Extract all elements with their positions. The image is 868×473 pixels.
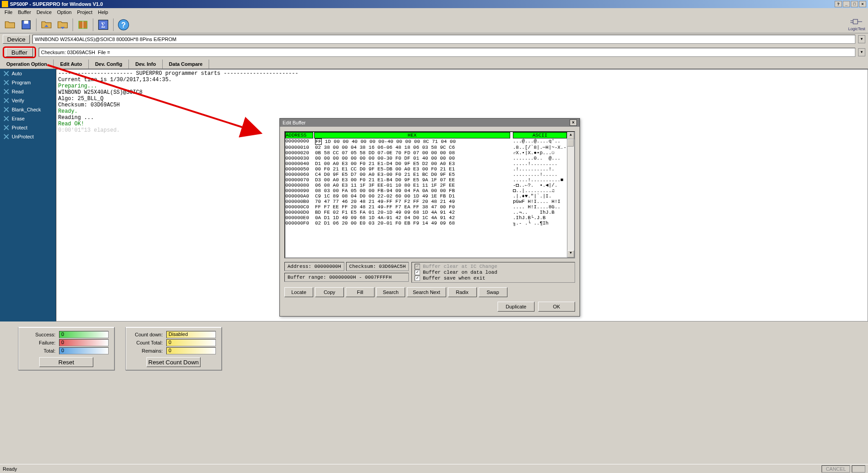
app-icon [2,1,8,7]
x-icon [4,107,9,112]
tab-edit-auto[interactable]: Edit Auto [54,60,88,69]
menu-option[interactable]: Option [55,9,74,16]
device-dropdown-arrow[interactable]: ▼ [858,35,865,43]
hex-row[interactable]: 000000B070 47 77 46 20 48 21 49-FF F7 F2… [285,199,567,204]
hex-row[interactable]: 00000000FF 1D 00 00 40 00 00 00-40 00 00… [285,138,567,145]
hex-bytes[interactable]: 00 00 00 00 00 00 00 00-30 F0 DF 01 40 0… [315,156,509,161]
tab-dev-config[interactable]: Dev. Config [89,60,129,69]
check-dataload[interactable]: ✓Buffer clear on data load [415,270,572,275]
hex-scrollbar[interactable]: ▲ ▼ [567,132,574,257]
dialog-swap-button[interactable]: Swap [479,287,507,297]
dialog-close-button[interactable]: × [570,119,577,126]
hex-bytes[interactable]: 0A D1 1D 49 09 68 1D 4A-91 42 04 D0 1C 4… [315,215,509,220]
sidebar-item-protect[interactable]: Protect [0,123,56,132]
device-button[interactable]: Device [3,35,30,44]
tab-operation-option[interactable]: Operation Option [0,60,54,69]
sidebar-item-read[interactable]: Read [0,87,56,96]
menu-file[interactable]: File [2,9,15,16]
check-saveexit[interactable]: ✓Buffer save when exit [415,276,572,281]
hex-addr: 000000F0 [285,220,313,226]
hex-row[interactable]: 000000C0FF F7 EE FF 20 48 21 49-FF F7 EA… [285,204,567,210]
hex-bytes[interactable]: 00 F0 21 E1 CC D0 9F E5-DB 00 A0 E3 00 F… [315,166,509,172]
dialog-radix-button[interactable]: Radix [448,287,477,297]
hex-row[interactable]: 000000D0BD FE 02 F1 E5 FA 01 20-1D 49 09… [285,210,567,215]
dialog-duplicate-button[interactable]: Duplicate [498,302,535,312]
reset-countdown-button[interactable]: Reset Count Down [146,357,201,367]
dialog-locate-button[interactable]: Locate [284,287,313,297]
hex-view[interactable]: ADDRESS HEX ASCII 00000000FF 1D 00 00 40… [284,131,575,258]
hex-bytes[interactable]: BD FE 02 F1 E5 FA 01 20-1D 49 09 68 1D 4… [315,210,509,215]
status-cancel[interactable]: CANCEL [822,465,850,473]
scroll-down-icon[interactable]: ▼ [567,250,574,257]
menu-device[interactable]: Device [34,9,55,16]
remains-label: Remains: [131,348,163,354]
buffer-dropdown-arrow[interactable]: ▼ [858,48,865,56]
save-project-icon[interactable] [55,18,70,32]
hex-bytes[interactable]: 08 03 00 FA 05 00 00 FB-94 09 04 FA 0A 0… [315,188,509,193]
hex-row[interactable]: 000000F002 D1 06 20 00 E0 03 20-01 F0 EB… [285,220,567,226]
close-button[interactable]: × [859,1,866,7]
hex-bytes[interactable]: 02 38 00 00 04 38 16 06-06 48 18 06 03 5… [315,145,509,150]
book-icon[interactable] [76,18,90,32]
sidebar-item-blank_check[interactable]: Blank_Check [0,105,56,114]
sidebar-item-verify[interactable]: Verify [0,96,56,105]
menu-project[interactable]: Project [74,9,95,16]
reset-button[interactable]: Reset [39,357,93,367]
hex-bytes[interactable]: FF F7 EE FF 20 48 21 49-FF F7 EA FF 38 4… [315,204,509,210]
device-field[interactable]: WINBOND W25X40AL(SS)@SOIC8 80000H*8 8Pin… [32,35,855,44]
x-icon [4,116,9,121]
hex-header-address: ADDRESS [285,132,313,138]
dialog-fill-button[interactable]: Fill [346,287,375,297]
hex-row[interactable]: 000000A0C9 1C 89 08 04 D0 00 22-02 60 00… [285,193,567,199]
dialog-ok-button[interactable]: OK [538,302,575,312]
menu-help[interactable]: Help [95,9,111,16]
hex-bytes[interactable]: C4 D0 9F E5 D7 00 A0 E3-00 F0 21 E1 BC D… [315,172,509,177]
hex-row[interactable]: 0000001002 38 00 00 04 38 16 06-06 48 18… [285,145,567,150]
hex-row[interactable]: 00000070D3 00 A0 E3 00 F0 21 E1-B4 D0 9F… [285,177,567,183]
hex-row[interactable]: 000000E00A D1 1D 49 09 68 1D 4A-91 42 04… [285,215,567,220]
checkbox-dataload[interactable]: ✓ [415,270,420,275]
scroll-up-icon[interactable]: ▲ [567,132,574,139]
sidebar-item-auto[interactable]: Auto [0,69,56,78]
hex-row[interactable]: 0000003000 00 00 00 00 00 00 00-30 F0 DF… [285,156,567,161]
hex-header-hex: HEX [314,132,510,138]
help-button[interactable]: ? [835,1,842,7]
hex-row[interactable]: 000000200B 58 CC 07 05 58 DD 07-0E 70 FD… [285,150,567,156]
sidebar-item-unprotect[interactable]: UnProtect [0,132,56,141]
hex-row[interactable]: 0000008006 08 A0 E3 11 1F 3F EE-01 10 80… [285,183,567,188]
hex-bytes[interactable]: D1 00 A0 E3 00 F0 21 E1-D4 D0 9F E5 D2 0… [315,161,509,166]
hex-bytes[interactable]: 02 D1 06 20 00 E0 03 20-01 F0 EB F9 14 4… [315,220,509,226]
help-icon[interactable]: ? [116,18,131,32]
hex-bytes[interactable]: 70 47 77 46 20 48 21 49-FF F7 F2 FF 20 4… [315,199,509,204]
sigma-icon[interactable]: Σ [96,18,110,32]
dialog-search-next-button[interactable]: Search Next [407,287,446,297]
checkbox-saveexit[interactable]: ✓ [415,276,420,281]
minimize-button[interactable]: _ [843,1,850,7]
dialog-titlebar[interactable]: Edit Buffer × [280,119,580,127]
hex-row[interactable]: 0000005000 F0 21 E1 CC D0 9F E5-DB 00 A0… [285,166,567,172]
sidebar-item-program[interactable]: Program [0,78,56,87]
hex-bytes[interactable]: 06 08 A0 E3 11 1F 3F EE-01 10 80 E1 11 1… [315,183,509,188]
tab-data-compare[interactable]: Data Compare [163,60,210,69]
hex-bytes[interactable]: D3 00 A0 E3 00 F0 21 E1-B4 D0 9F E5 9A 1… [315,177,509,183]
hex-bytes[interactable]: FF 1D 00 00 40 00 00 00-40 00 00 00 8C 7… [315,138,509,145]
buffer-field[interactable]: Checksum: 03D69AC5H File = [39,48,855,57]
x-icon [4,134,9,139]
hex-row[interactable]: 00000060C4 D0 9F E5 D7 00 A0 E3-00 F0 21… [285,172,567,177]
scroll-thumb[interactable] [567,139,574,147]
open-file-icon[interactable] [3,18,17,32]
hex-bytes[interactable]: 0B 58 CC 07 05 58 DD 07-0E 70 FD 07 00 0… [315,150,509,156]
maximize-button[interactable]: □ [851,1,858,7]
menu-buffer[interactable]: Buffer [15,9,34,16]
save-file-icon[interactable] [19,18,33,32]
buffer-button[interactable]: Buffer [6,48,33,57]
dialog-copy-button[interactable]: Copy [315,287,344,297]
hex-row[interactable]: 0000009008 03 00 FA 05 00 00 FB-94 09 04… [285,188,567,193]
sidebar-item-erase[interactable]: Erase [0,114,56,123]
hex-bytes[interactable]: C9 1C 89 08 04 D0 00 22-02 60 00 1D 49 1… [315,193,509,199]
tab-dev-info[interactable]: Dev. Info [129,60,163,69]
hex-row[interactable]: 00000040D1 00 A0 E3 00 F0 21 E1-D4 D0 9F… [285,161,567,166]
load-project-icon[interactable] [39,18,54,32]
logictest-button[interactable]: LogicTest [848,18,865,31]
dialog-search-button[interactable]: Search [376,287,405,297]
